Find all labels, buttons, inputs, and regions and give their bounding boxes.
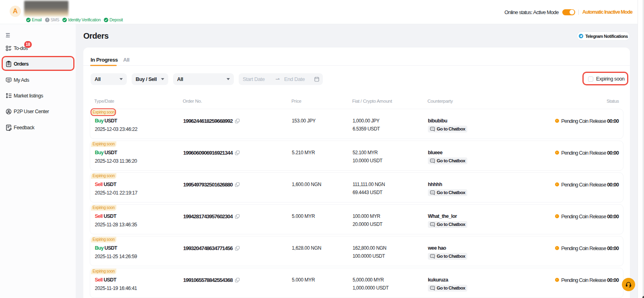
- svg-text:AD: AD: [7, 79, 10, 81]
